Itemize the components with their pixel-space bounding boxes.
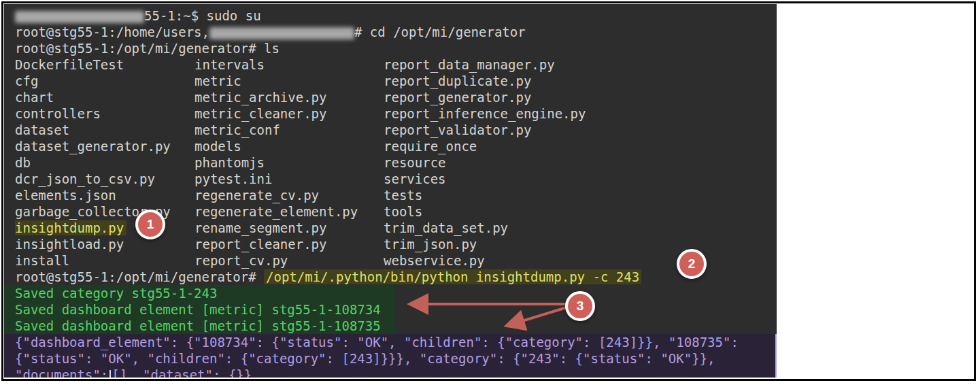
- file-name: report_cv.py: [195, 253, 288, 268]
- file-listing-row: garbage_collector.pyregenerate_element.p…: [4, 203, 777, 220]
- file-listing-row: installreport_cv.pywebservice.py: [4, 252, 777, 269]
- file-listing-row: dbphantomjsresource: [4, 154, 777, 171]
- file-name: rename_segment.py: [195, 220, 326, 235]
- json-text: []: [112, 367, 127, 378]
- json-output-block: {"dashboard_element": {"108734": {"statu…: [4, 334, 777, 378]
- file-listing-row: DockerfileTestintervalsreport_data_manag…: [4, 56, 777, 73]
- file-name: elements.json: [15, 188, 116, 203]
- json-output-line: "documents":[], "dataset": {}}: [4, 367, 775, 378]
- json-output-line: {"status": "OK", "children": {"category"…: [4, 350, 775, 367]
- prompt-text: root@stg55-1:/opt/mi/generator#: [15, 269, 264, 284]
- file-name: metric: [195, 73, 241, 88]
- file-name-cell: garbage_collector.py: [15, 203, 195, 220]
- file-name: report_duplicate.py: [384, 73, 531, 88]
- file-name-cell: elements.json: [15, 187, 195, 203]
- file-listing-row: dcr_json_to_csv.pypytest.iniservices: [4, 171, 777, 187]
- json-text: , "dataset": {}}: [127, 367, 252, 378]
- file-name-cell: report_inference_engine.py: [384, 105, 777, 122]
- file-listing-row: datasetmetric_confreport_validator.py: [4, 122, 777, 138]
- file-name: dcr_json_to_csv.py: [15, 171, 155, 186]
- json-output-line: {"dashboard_element": {"108734": {"statu…: [4, 334, 775, 350]
- file-name: pytest.ini: [195, 171, 272, 186]
- file-name-cell: db: [15, 154, 195, 171]
- file-name-cell: report_validator.py: [384, 122, 777, 138]
- file-name-cell: insightload.py: [15, 236, 195, 252]
- file-name-cell: report_cleaner.py: [195, 236, 384, 252]
- file-name: metric_cleaner.py: [195, 106, 326, 121]
- file-name: tools: [384, 204, 422, 219]
- redacted-username-box: [15, 11, 144, 23]
- file-name: phantomjs: [195, 155, 265, 170]
- file-name: models: [195, 139, 241, 154]
- file-name: report_cleaner.py: [195, 237, 326, 252]
- file-name-cell: resource: [384, 154, 777, 171]
- terminal-window[interactable]: 55-1:~$ sudo su root@stg55-1:/home/users…: [4, 4, 777, 378]
- file-name-cell: tools: [384, 203, 777, 220]
- file-name: cfg: [15, 73, 38, 88]
- file-name-cell: install: [15, 252, 195, 269]
- file-name-cell: webservice.py: [384, 252, 777, 269]
- file-name-cell: trim_json.py: [384, 236, 777, 252]
- saved-output-line: Saved dashboard element [metric] stg55-1…: [4, 318, 395, 334]
- file-name-cell: regenerate_cv.py: [195, 187, 384, 203]
- file-name-cell: models: [195, 138, 384, 154]
- file-name-cell: phantomjs: [195, 154, 384, 171]
- file-name: intervals: [195, 57, 265, 72]
- file-listing-row: dataset_generator.pymodelsrequire_once: [4, 138, 777, 154]
- prompt-text: root@stg55-1:/opt/mi/generator# ls: [15, 41, 280, 56]
- file-name-cell: metric_conf: [195, 122, 384, 138]
- file-name-cell: intervals: [195, 56, 384, 73]
- file-name: report_generator.py: [384, 90, 531, 105]
- file-name: require_once: [384, 139, 477, 154]
- prompt-text: 55-1:~$ sudo su: [144, 8, 261, 23]
- file-name: metric_conf: [195, 122, 280, 137]
- file-name: webservice.py: [384, 253, 485, 268]
- file-listing-row: insightload.pyreport_cleaner.pytrim_json…: [4, 236, 777, 252]
- file-name-cell: DockerfileTest: [15, 56, 195, 73]
- command-output-success: Saved category stg55-1-243Saved dashboar…: [4, 285, 395, 334]
- annotation-badge-1: 1: [135, 210, 165, 239]
- file-listing: DockerfileTestintervalsreport_data_manag…: [4, 56, 777, 269]
- file-name-cell: metric_archive.py: [195, 89, 384, 105]
- json-text: "documents":: [15, 367, 108, 378]
- file-name-cell: report_duplicate.py: [384, 73, 777, 89]
- terminal-line-ls: root@stg55-1:/opt/mi/generator# ls: [4, 40, 777, 56]
- file-name: DockerfileTest: [15, 57, 124, 72]
- file-name: chart: [15, 90, 54, 105]
- file-name-cell: dcr_json_to_csv.py: [15, 171, 195, 187]
- file-name-cell: dataset: [15, 122, 195, 138]
- file-name-cell: trim_data_set.py: [384, 220, 777, 236]
- file-listing-row: cfgmetricreport_duplicate.py: [4, 73, 777, 89]
- file-name: report_validator.py: [384, 122, 531, 137]
- file-listing-row: chartmetric_archive.pyreport_generator.p…: [4, 89, 777, 105]
- file-name-cell: insightdump.py: [15, 220, 195, 236]
- highlighted-command: /opt/mi/.python/bin/python insightdump.p…: [264, 269, 641, 284]
- terminal-line-sudo: 55-1:~$ sudo su: [4, 7, 777, 24]
- saved-output-line: Saved category stg55-1-243: [4, 285, 395, 301]
- file-name: report_inference_engine.py: [384, 106, 586, 121]
- file-name-cell: require_once: [384, 138, 777, 154]
- file-name: insightdump.py: [15, 220, 126, 235]
- file-name-cell: services: [384, 171, 777, 187]
- annotation-badge-2: 2: [677, 249, 707, 279]
- file-name: tests: [384, 188, 422, 203]
- file-name: metric_archive.py: [195, 90, 326, 105]
- file-name-cell: chart: [15, 89, 195, 105]
- file-name-cell: cfg: [15, 73, 195, 89]
- redacted-path-box: [209, 27, 354, 39]
- file-name: dataset: [15, 122, 69, 137]
- file-name: dataset_generator.py: [15, 139, 171, 154]
- file-name-cell: metric: [195, 73, 384, 89]
- file-name-cell: report_data_manager.py: [384, 56, 777, 73]
- file-name: services: [384, 171, 446, 186]
- file-name: report_data_manager.py: [384, 57, 555, 72]
- file-name-cell: regenerate_element.py: [195, 203, 384, 220]
- file-name-cell: metric_cleaner.py: [195, 105, 384, 122]
- file-name: db: [15, 155, 31, 170]
- prompt-text: root@stg55-1:/home/users,: [15, 24, 209, 39]
- file-name: regenerate_element.py: [195, 204, 358, 219]
- file-name-cell: pytest.ini: [195, 171, 384, 187]
- file-name: resource: [384, 155, 446, 170]
- command-text: # cd /opt/mi/generator: [354, 24, 526, 39]
- file-name: trim_json.py: [384, 237, 477, 252]
